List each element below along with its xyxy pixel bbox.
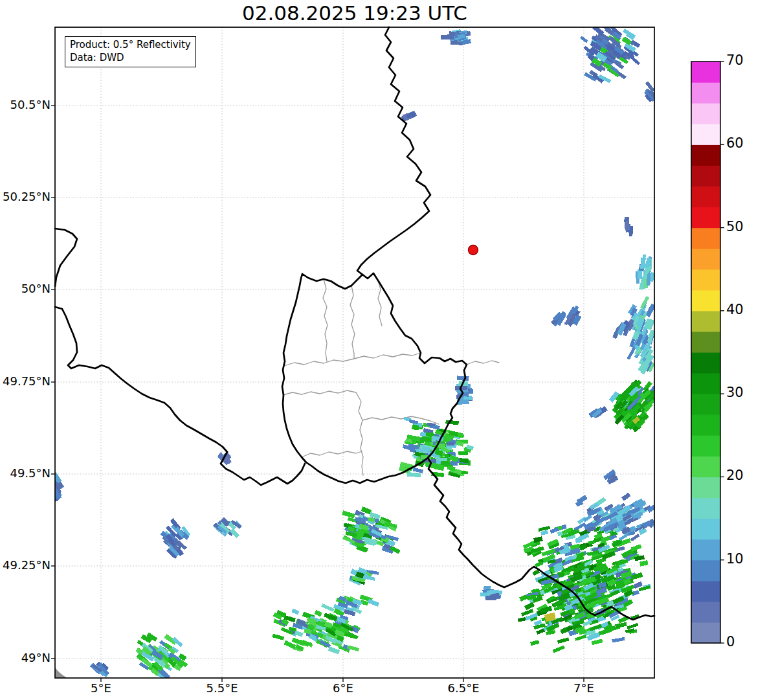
colorbar-segment <box>691 103 720 124</box>
data-source-line: Data: DWD <box>70 51 191 64</box>
radar-echo-cell <box>295 631 304 637</box>
echo-right-blue-specks <box>612 319 634 339</box>
colorbar-segment <box>691 228 720 249</box>
colorbar-segment <box>691 498 720 519</box>
radar-echo-cell <box>536 629 545 635</box>
radar-echo-cell <box>530 640 539 646</box>
radar-echo-cell <box>524 602 535 611</box>
regional-border-line <box>350 286 355 359</box>
radar-echo-cell <box>627 346 636 359</box>
y-tick-label: 49°N <box>0 651 50 664</box>
colorbar-segment <box>691 144 720 166</box>
colorbar-segment <box>691 394 720 415</box>
radar-echo-cell <box>441 35 454 40</box>
radar-echo-cell <box>592 638 603 645</box>
radar-echo-cell <box>412 425 419 430</box>
radar-echo-cell <box>457 376 469 381</box>
echo-storm-fringe <box>574 493 668 542</box>
colorbar <box>691 62 724 644</box>
colorbar-segment <box>691 456 720 477</box>
echo-left-edge <box>52 472 64 502</box>
radar-echo-cell <box>621 493 631 501</box>
radar-echoes-layer <box>52 23 668 680</box>
radar-echo-cell <box>627 623 638 629</box>
radar-echo-cell <box>590 624 602 631</box>
colorbar-segment <box>691 290 720 311</box>
radar-echo-cell <box>638 269 643 279</box>
radar-echo-cell <box>615 622 627 629</box>
regional-border-line <box>323 279 328 361</box>
radar-echo-cell <box>612 637 625 643</box>
colorbar-tick-label: 0 <box>726 634 735 649</box>
y-tick-label: 49.5°N <box>0 466 50 480</box>
echo-sw-2 <box>213 517 242 538</box>
colorbar-segment <box>691 622 720 644</box>
colorbar-segment <box>691 269 720 291</box>
echo-sw-1 <box>161 518 191 559</box>
colorbar-tick-label: 30 <box>726 385 744 400</box>
regional-border-line <box>467 361 499 365</box>
colorbar-segment <box>691 311 720 332</box>
radar-echo-cell <box>342 510 355 518</box>
echo-south-cluster <box>272 604 361 654</box>
regional-border-line <box>354 353 421 359</box>
echo-south-dashes <box>336 594 379 614</box>
y-tick-label: 50.25°N <box>0 190 50 203</box>
radar-echo-cell <box>447 465 456 471</box>
echo-bottom-left <box>135 633 188 680</box>
x-tick-label: 5°E <box>91 681 111 695</box>
colorbar-segment <box>691 82 720 104</box>
echo-south-mid <box>342 506 400 554</box>
y-tick-label: 49.75°N <box>0 374 50 388</box>
echo-south-small <box>349 567 379 586</box>
x-tick-label: 6.5°E <box>448 681 480 695</box>
y-tick-label: 49.25°N <box>0 558 50 572</box>
radar-echo-cell <box>447 442 455 446</box>
colorbar-segment <box>691 62 720 83</box>
colorbar-tick-label: 50 <box>726 219 744 234</box>
colorbar-segment <box>691 560 720 581</box>
national-border-line <box>55 307 305 485</box>
colorbar-segment <box>691 519 720 540</box>
radar-echo-cell <box>533 536 543 543</box>
radar-echo-cell <box>553 646 565 653</box>
radar-echo-cell <box>639 560 649 567</box>
radar-echo-cell <box>272 634 284 640</box>
colorbar-segment <box>691 207 720 229</box>
colorbar-tick-label: 60 <box>726 135 744 151</box>
product-info-box: Product: 0.5° Reflectivity Data: DWD <box>65 36 196 67</box>
colorbar-tick-label: 40 <box>726 302 744 317</box>
radar-map-plot: dBZ <box>0 0 778 700</box>
colorbar-segment <box>691 477 720 498</box>
x-tick-label: 6°E <box>333 681 353 695</box>
radar-echo-cell <box>413 468 423 473</box>
radar-echo-cell <box>407 472 421 477</box>
radar-echo-cell <box>575 635 587 641</box>
colorbar-tick-label: 70 <box>726 52 744 68</box>
echo-top-right <box>580 23 640 84</box>
radar-echo-cell <box>588 540 595 545</box>
regional-border-line <box>302 451 362 457</box>
regional-border-line <box>356 392 363 475</box>
radar-echo-cell <box>647 503 658 512</box>
national-border-line <box>55 229 77 286</box>
echo-speck-mid-right-1 <box>551 311 566 326</box>
y-tick-label: 50.5°N <box>0 98 50 111</box>
colorbar-segment <box>691 249 720 270</box>
echo-bottom-left-blue <box>90 662 109 677</box>
y-tick-label: 50°N <box>0 282 50 295</box>
colorbar-segment <box>691 435 720 457</box>
echo-speck-4 <box>480 586 503 601</box>
radar-site-marker <box>469 245 478 255</box>
echo-top-small <box>441 29 471 45</box>
x-tick-label: 5.5°E <box>206 681 238 695</box>
echo-speck-3 <box>217 452 232 466</box>
colorbar-segment <box>691 414 720 436</box>
colorbar-segment <box>691 581 720 602</box>
radar-echo-cell <box>291 609 299 615</box>
axis-ticks <box>51 106 584 682</box>
radar-coverage-edge-wedge <box>55 668 67 678</box>
colorbar-segment <box>691 373 720 394</box>
echo-speck-north <box>401 111 417 121</box>
colorbar-segment <box>691 165 720 186</box>
